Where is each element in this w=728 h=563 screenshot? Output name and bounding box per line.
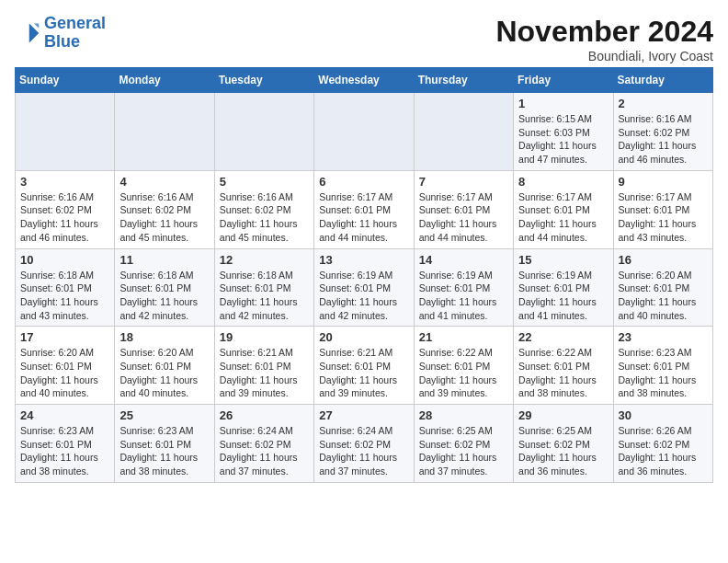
day-number: 26 <box>220 408 309 422</box>
calendar-cell: 20Sunrise: 6:21 AMSunset: 6:01 PMDayligh… <box>314 327 414 405</box>
week-row-1: 1Sunrise: 6:15 AMSunset: 6:03 PMDaylight… <box>16 93 713 171</box>
week-row-4: 17Sunrise: 6:20 AMSunset: 6:01 PMDayligh… <box>16 327 713 405</box>
day-number: 4 <box>119 175 209 189</box>
calendar-cell: 28Sunrise: 6:25 AMSunset: 6:02 PMDayligh… <box>414 405 513 483</box>
week-row-2: 3Sunrise: 6:16 AMSunset: 6:02 PMDaylight… <box>16 170 713 248</box>
day-number: 29 <box>518 408 608 422</box>
calendar-cell <box>314 93 414 171</box>
calendar-cell: 5Sunrise: 6:16 AMSunset: 6:02 PMDaylight… <box>214 170 313 248</box>
day-info: Sunrise: 6:16 AMSunset: 6:02 PMDaylight:… <box>619 112 708 167</box>
calendar-cell: 7Sunrise: 6:17 AMSunset: 6:01 PMDaylight… <box>414 170 513 248</box>
day-number: 28 <box>419 408 508 422</box>
day-info: Sunrise: 6:19 AMSunset: 6:01 PMDaylight:… <box>419 269 508 323</box>
calendar-cell: 1Sunrise: 6:15 AMSunset: 6:03 PMDaylight… <box>514 93 613 171</box>
calendar-cell: 30Sunrise: 6:26 AMSunset: 6:02 PMDayligh… <box>613 405 712 483</box>
calendar-cell: 14Sunrise: 6:19 AMSunset: 6:01 PMDayligh… <box>414 248 513 327</box>
calendar-cell: 6Sunrise: 6:17 AMSunset: 6:01 PMDaylight… <box>314 170 414 248</box>
header-monday: Monday <box>115 68 214 93</box>
calendar-cell: 18Sunrise: 6:20 AMSunset: 6:01 PMDayligh… <box>115 327 214 405</box>
calendar-cell: 29Sunrise: 6:25 AMSunset: 6:02 PMDayligh… <box>514 405 613 483</box>
day-info: Sunrise: 6:24 AMSunset: 6:02 PMDaylight:… <box>319 424 408 478</box>
day-number: 7 <box>419 175 508 189</box>
page-header: General Blue November 2024 Boundiali, Iv… <box>15 15 713 63</box>
day-info: Sunrise: 6:25 AMSunset: 6:02 PMDaylight:… <box>419 424 508 478</box>
day-info: Sunrise: 6:15 AMSunset: 6:03 PMDaylight:… <box>518 112 608 167</box>
day-number: 13 <box>319 253 408 267</box>
day-number: 3 <box>20 175 109 189</box>
day-info: Sunrise: 6:23 AMSunset: 6:01 PMDaylight:… <box>619 346 708 400</box>
calendar-cell: 9Sunrise: 6:17 AMSunset: 6:01 PMDaylight… <box>613 170 712 248</box>
header-friday: Friday <box>514 68 613 93</box>
calendar-cell: 21Sunrise: 6:22 AMSunset: 6:01 PMDayligh… <box>414 327 513 405</box>
title-area: November 2024 Boundiali, Ivory Coast <box>495 15 713 63</box>
day-info: Sunrise: 6:23 AMSunset: 6:01 PMDaylight:… <box>20 424 109 478</box>
calendar-cell: 10Sunrise: 6:18 AMSunset: 6:01 PMDayligh… <box>16 248 115 327</box>
logo-text: General Blue <box>44 15 106 52</box>
day-info: Sunrise: 6:16 AMSunset: 6:02 PMDaylight:… <box>220 190 309 245</box>
day-number: 22 <box>518 330 608 344</box>
calendar-cell: 13Sunrise: 6:19 AMSunset: 6:01 PMDayligh… <box>314 248 414 327</box>
day-number: 20 <box>319 330 408 344</box>
header-sunday: Sunday <box>16 68 115 93</box>
day-number: 23 <box>619 330 708 344</box>
day-info: Sunrise: 6:17 AMSunset: 6:01 PMDaylight:… <box>619 190 708 245</box>
week-row-5: 24Sunrise: 6:23 AMSunset: 6:01 PMDayligh… <box>16 405 713 483</box>
calendar-cell: 27Sunrise: 6:24 AMSunset: 6:02 PMDayligh… <box>314 405 414 483</box>
day-info: Sunrise: 6:25 AMSunset: 6:02 PMDaylight:… <box>518 424 608 478</box>
logo: General Blue <box>15 15 106 52</box>
day-number: 18 <box>119 330 209 344</box>
day-number: 30 <box>619 408 708 422</box>
calendar-cell: 25Sunrise: 6:23 AMSunset: 6:01 PMDayligh… <box>115 405 214 483</box>
logo-line1: General <box>44 14 106 32</box>
day-info: Sunrise: 6:20 AMSunset: 6:01 PMDaylight:… <box>619 269 708 323</box>
calendar-table: Sunday Monday Tuesday Wednesday Thursday… <box>15 67 713 483</box>
day-info: Sunrise: 6:21 AMSunset: 6:01 PMDaylight:… <box>319 346 408 400</box>
day-info: Sunrise: 6:26 AMSunset: 6:02 PMDaylight:… <box>619 424 708 478</box>
day-info: Sunrise: 6:16 AMSunset: 6:02 PMDaylight:… <box>119 190 209 245</box>
logo-line2: Blue <box>44 32 80 51</box>
calendar-cell: 22Sunrise: 6:22 AMSunset: 6:01 PMDayligh… <box>514 327 613 405</box>
header-thursday: Thursday <box>414 68 513 93</box>
day-info: Sunrise: 6:20 AMSunset: 6:01 PMDaylight:… <box>20 346 109 400</box>
day-number: 16 <box>619 253 708 267</box>
day-info: Sunrise: 6:18 AMSunset: 6:01 PMDaylight:… <box>220 269 309 323</box>
logo-icon <box>15 20 40 46</box>
calendar-cell <box>214 93 313 171</box>
day-info: Sunrise: 6:22 AMSunset: 6:01 PMDaylight:… <box>518 346 608 400</box>
calendar-cell: 15Sunrise: 6:19 AMSunset: 6:01 PMDayligh… <box>514 248 613 327</box>
day-number: 2 <box>619 97 708 110</box>
day-info: Sunrise: 6:21 AMSunset: 6:01 PMDaylight:… <box>220 346 309 400</box>
day-info: Sunrise: 6:17 AMSunset: 6:01 PMDaylight:… <box>319 190 408 245</box>
day-info: Sunrise: 6:17 AMSunset: 6:01 PMDaylight:… <box>518 190 608 245</box>
day-info: Sunrise: 6:20 AMSunset: 6:01 PMDaylight:… <box>119 346 209 400</box>
calendar-cell: 2Sunrise: 6:16 AMSunset: 6:02 PMDaylight… <box>613 93 712 171</box>
calendar-cell: 23Sunrise: 6:23 AMSunset: 6:01 PMDayligh… <box>613 327 712 405</box>
calendar-cell: 11Sunrise: 6:18 AMSunset: 6:01 PMDayligh… <box>115 248 214 327</box>
day-number: 21 <box>419 330 508 344</box>
day-number: 14 <box>419 253 508 267</box>
calendar-cell: 8Sunrise: 6:17 AMSunset: 6:01 PMDaylight… <box>514 170 613 248</box>
calendar-cell: 17Sunrise: 6:20 AMSunset: 6:01 PMDayligh… <box>16 327 115 405</box>
day-number: 25 <box>119 408 209 422</box>
week-row-3: 10Sunrise: 6:18 AMSunset: 6:01 PMDayligh… <box>16 248 713 327</box>
calendar-cell: 12Sunrise: 6:18 AMSunset: 6:01 PMDayligh… <box>214 248 313 327</box>
day-info: Sunrise: 6:17 AMSunset: 6:01 PMDaylight:… <box>419 190 508 245</box>
calendar-cell: 26Sunrise: 6:24 AMSunset: 6:02 PMDayligh… <box>214 405 313 483</box>
day-number: 1 <box>518 97 608 110</box>
day-info: Sunrise: 6:23 AMSunset: 6:01 PMDaylight:… <box>119 424 209 478</box>
calendar-cell: 19Sunrise: 6:21 AMSunset: 6:01 PMDayligh… <box>214 327 313 405</box>
day-number: 10 <box>20 253 109 267</box>
day-number: 5 <box>220 175 309 189</box>
calendar-cell <box>16 93 115 171</box>
day-number: 19 <box>220 330 309 344</box>
header-tuesday: Tuesday <box>214 68 313 93</box>
location: Boundiali, Ivory Coast <box>495 49 713 63</box>
calendar-cell <box>115 93 214 171</box>
month-title: November 2024 <box>495 15 713 49</box>
day-info: Sunrise: 6:24 AMSunset: 6:02 PMDaylight:… <box>220 424 309 478</box>
calendar-cell: 4Sunrise: 6:16 AMSunset: 6:02 PMDaylight… <box>115 170 214 248</box>
day-number: 24 <box>20 408 109 422</box>
day-info: Sunrise: 6:18 AMSunset: 6:01 PMDaylight:… <box>20 269 109 323</box>
day-number: 6 <box>319 175 408 189</box>
day-number: 12 <box>220 253 309 267</box>
